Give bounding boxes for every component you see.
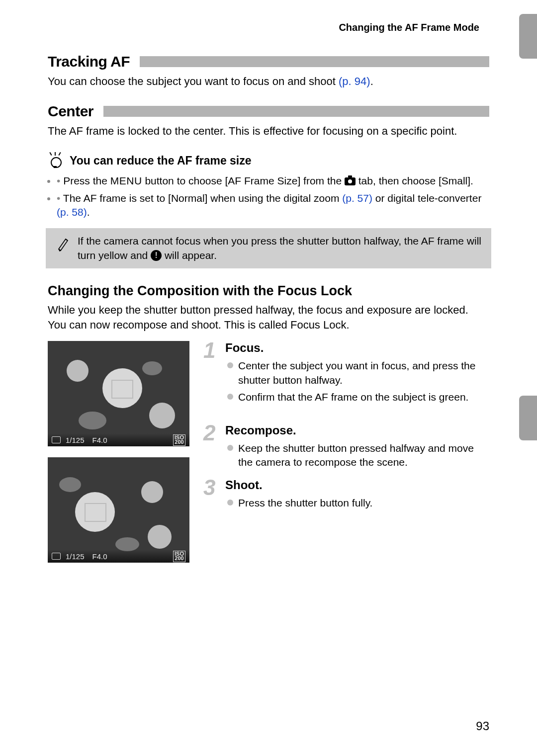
osd-aperture: F4.0: [92, 436, 107, 444]
osd-shutter: 1/125: [66, 436, 85, 444]
svg-point-10: [59, 477, 81, 492]
svg-point-9: [148, 525, 172, 549]
af-frame-icon: [85, 503, 106, 522]
svg-point-4: [79, 412, 106, 429]
tip-item-1: • Press the MENU button to choose [AF Fr…: [57, 174, 489, 188]
step-bullet: Center the subject you want in focus, an…: [227, 359, 489, 387]
svg-point-5: [142, 361, 162, 375]
osd-shutter: 1/125: [66, 552, 85, 561]
tip2-link2[interactable]: (p. 58): [57, 206, 87, 218]
step-3: 3 Shoot. Press the shutter button fully.: [203, 478, 489, 510]
focus-lock-heading: Changing the Composition with the Focus …: [48, 283, 489, 299]
steps-area: 1/125 F4.0 ISO200 1/125: [48, 341, 489, 583]
steps-list: 1 Focus. Center the subject you want in …: [203, 341, 489, 563]
focus-lock-body: While you keep the shutter button presse…: [48, 303, 489, 332]
heading-rule: [101, 106, 489, 117]
running-header: Changing the AF Frame Mode: [48, 22, 489, 33]
tip2-pre: The AF frame is set to [Normal] when usi…: [63, 192, 342, 204]
step-bullet: Keep the shutter button pressed halfway …: [227, 441, 489, 470]
svg-point-3: [149, 403, 175, 428]
pencil-icon: [57, 234, 70, 252]
tip-title: You can reduce the AF frame size: [70, 154, 252, 168]
tip-heading-row: You can reduce the AF frame size: [48, 152, 489, 169]
step-1: 1 Focus. Center the subject you want in …: [203, 341, 489, 404]
tracking-body-pre: You can choose the subject you want to f…: [48, 75, 339, 87]
step-title: Recompose.: [225, 423, 489, 437]
tip1-post: tab, then choose [Small].: [356, 175, 473, 186]
note-pre: If the camera cannot focus when you pres…: [78, 235, 481, 260]
heading-center: Center: [48, 103, 93, 120]
tracking-body: You can choose the subject you want to f…: [48, 74, 489, 89]
step-number: 3: [203, 475, 215, 500]
page-content: Changing the AF Frame Mode Tracking AF Y…: [0, 0, 537, 583]
thumbnails: 1/125 F4.0 ISO200 1/125: [48, 341, 189, 563]
tracking-link[interactable]: (p. 94): [339, 75, 370, 87]
tip-item-2: • The AF frame is set to [Normal] when u…: [57, 191, 489, 220]
page-number: 93: [476, 719, 489, 733]
svg-point-2: [67, 360, 89, 382]
step-title: Shoot.: [225, 478, 489, 492]
step-number: 1: [203, 338, 215, 363]
af-frame-icon: [111, 380, 133, 399]
osd-bar: 1/125 F4.0 ISO200: [48, 550, 189, 563]
step-number: 2: [203, 420, 215, 445]
tracking-body-post: .: [370, 75, 373, 87]
tip1-pre: Press the: [63, 175, 110, 186]
camera-icon: [345, 177, 356, 185]
side-tab-mid: [519, 396, 537, 440]
metering-icon: [52, 553, 61, 560]
lightbulb-icon: [48, 152, 63, 169]
menu-label: MENU: [110, 175, 142, 186]
svg-point-8: [141, 481, 163, 503]
step-title: Focus.: [225, 341, 489, 355]
metering-icon: [52, 436, 61, 443]
step-2: 2 Recompose. Keep the shutter button pre…: [203, 423, 489, 470]
svg-point-11: [115, 537, 139, 551]
osd-aperture: F4.0: [92, 552, 107, 561]
tip2-post: .: [87, 206, 90, 218]
warning-icon: !: [151, 250, 162, 261]
iso-icon: ISO200: [173, 434, 185, 446]
warn-glyph: !: [155, 250, 157, 261]
thumbnail-focus: 1/125 F4.0 ISO200: [48, 341, 189, 446]
center-body: The AF frame is locked to the center. Th…: [48, 124, 489, 139]
step-bullet: Confirm that the AF frame on the subject…: [227, 390, 489, 404]
note-post: will appear.: [165, 250, 217, 261]
tip2-mid: or digital tele-converter: [372, 192, 481, 204]
step-bullet: Press the shutter button fully.: [227, 496, 489, 510]
heading-tracking: Tracking AF: [48, 53, 130, 70]
note-box: If the camera cannot focus when you pres…: [46, 228, 491, 268]
section-heading-tracking: Tracking AF: [48, 53, 489, 70]
osd-bar: 1/125 F4.0 ISO200: [48, 433, 189, 446]
tip2-link1[interactable]: (p. 57): [342, 192, 372, 204]
section-heading-center: Center: [48, 103, 489, 120]
heading-rule: [138, 56, 489, 67]
tip1-mid: button to choose [AF Frame Size] from th…: [142, 175, 345, 186]
side-tab-top: [519, 14, 537, 59]
note-text: If the camera cannot focus when you pres…: [78, 234, 483, 262]
iso-icon: ISO200: [173, 551, 185, 563]
tip-list: • Press the MENU button to choose [AF Fr…: [48, 174, 489, 219]
thumbnail-recompose: 1/125 F4.0 ISO200: [48, 457, 189, 563]
